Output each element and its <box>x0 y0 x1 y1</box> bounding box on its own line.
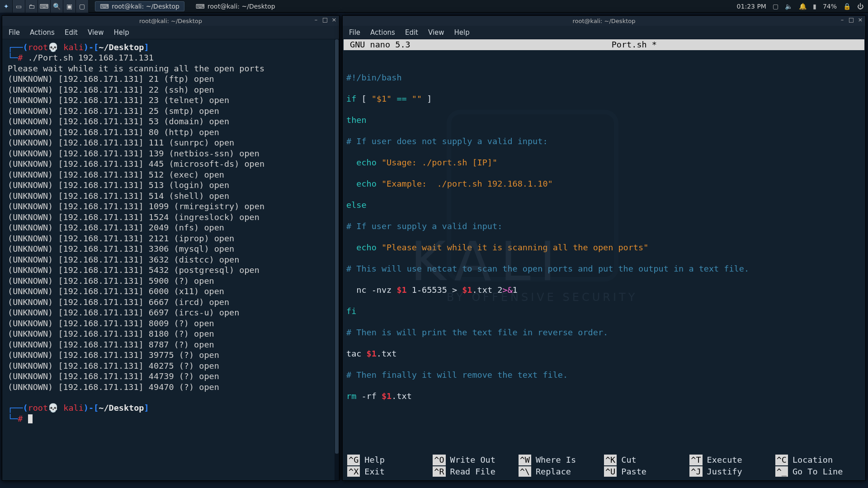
top-panel: ✦ ▭ 🗀 ⌨ 🔍 ▣ ▢ ⌨ root@kali: ~/Desktop ⌨ r… <box>0 0 868 13</box>
prompt-line[interactable]: └─# <box>8 413 336 424</box>
nano-header: GNU nano 5.3 Port.sh * <box>344 39 864 50</box>
shortcut-label: Help <box>364 455 385 465</box>
clock[interactable]: 01:23 PM <box>737 3 766 10</box>
shortcut-label: Location <box>793 455 833 465</box>
lock-icon[interactable]: 🔒 <box>843 3 851 10</box>
cursor <box>28 414 33 423</box>
scan-line: (UNKNOWN) [192.168.171.131] 514 (shell) … <box>8 191 336 201</box>
shortcut-label: Exit <box>364 466 385 477</box>
scan-line: (UNKNOWN) [192.168.171.131] 5900 (?) ope… <box>8 276 336 286</box>
volume-icon[interactable]: 🔈 <box>785 3 793 10</box>
nano-editor[interactable]: GNU nano 5.3 Port.sh * KALI BY OFFENSIVE… <box>343 39 865 480</box>
menu-file[interactable]: File <box>9 28 20 37</box>
nano-shortcut[interactable]: ^UPaste <box>604 466 689 477</box>
taskbar-item[interactable]: ⌨ root@kali: ~/Desktop <box>95 1 184 11</box>
shortcut-key: ^J <box>689 466 702 477</box>
scan-line: (UNKNOWN) [192.168.171.131] 139 (netbios… <box>8 148 336 159</box>
battery-pct: 74% <box>823 3 837 10</box>
nano-shortcut[interactable]: ^CLocation <box>775 455 861 465</box>
menu-view[interactable]: View <box>428 28 444 37</box>
shortcut-key: ^K <box>604 455 617 465</box>
scan-line: (UNKNOWN) [192.168.171.131] 53 (domain) … <box>8 116 336 127</box>
scan-line: (UNKNOWN) [192.168.171.131] 39775 (?) op… <box>8 350 336 360</box>
terminal-small-icon: ⌨ <box>100 3 109 10</box>
menu-edit[interactable]: Edit <box>405 28 418 37</box>
scrollbar[interactable] <box>335 39 339 480</box>
shortcut-label: Where Is <box>536 455 576 465</box>
nano-buffer[interactable]: KALI BY OFFENSIVE SECURITY #!/bin/bash i… <box>343 51 865 422</box>
search-icon[interactable]: 🔍 <box>51 0 63 13</box>
menu-actions[interactable]: Actions <box>30 28 55 37</box>
header-line: Please wait while it is scanning all the… <box>8 63 336 74</box>
taskbar-item[interactable]: ⌨ root@kali: ~/Desktop <box>191 1 280 11</box>
scan-line: (UNKNOWN) [192.168.171.131] 22 (ssh) ope… <box>8 84 336 95</box>
shortcut-label: Execute <box>707 455 742 465</box>
minimize-button[interactable]: – <box>839 17 845 23</box>
workspace-icon[interactable]: ▣ <box>63 0 76 13</box>
nano-shortcut[interactable]: ^\Replace <box>519 466 604 477</box>
terminal-small-icon: ⌨ <box>196 3 205 10</box>
shortcut-label: Cut <box>621 455 636 465</box>
nano-filename: Port.sh * <box>410 39 858 50</box>
nano-shortcut[interactable]: ^_Go To Line <box>775 466 861 477</box>
scan-output: (UNKNOWN) [192.168.171.131] 21 (ftp) ope… <box>8 74 336 392</box>
menu-help[interactable]: Help <box>454 28 470 37</box>
scan-line: (UNKNOWN) [192.168.171.131] 6000 (x11) o… <box>8 286 336 296</box>
display-icon[interactable]: ▢ <box>773 3 778 10</box>
nano-shortcut[interactable]: ^GHelp <box>347 455 433 465</box>
terminal-window-left: root@kali: ~/Desktop – □ × File Actions … <box>2 15 340 481</box>
notify-icon[interactable]: 🔔 <box>799 3 807 10</box>
shortcut-key: ^\ <box>519 466 531 477</box>
menu-help[interactable]: Help <box>114 28 129 37</box>
minimize-button[interactable]: – <box>313 17 319 23</box>
nano-shortcut[interactable]: ^KCut <box>604 455 689 465</box>
shortcut-label: Read File <box>450 466 495 477</box>
menu-view[interactable]: View <box>88 28 104 37</box>
scan-line: (UNKNOWN) [192.168.171.131] 2121 (iprop)… <box>8 233 336 244</box>
kali-menu-icon[interactable]: ✦ <box>0 0 13 13</box>
nano-shortcut[interactable]: ^WWhere Is <box>519 455 604 465</box>
scan-line: (UNKNOWN) [192.168.171.131] 44739 (?) op… <box>8 371 336 381</box>
shortcut-label: Write Out <box>450 455 495 465</box>
close-button[interactable]: × <box>331 17 337 23</box>
titlebar[interactable]: root@kali: ~/Desktop – □ × <box>343 16 865 26</box>
show-desktop-icon[interactable]: ▭ <box>13 0 25 13</box>
maximize-button[interactable]: □ <box>322 17 328 23</box>
workspace2-icon[interactable]: ▢ <box>76 0 89 13</box>
scan-line: (UNKNOWN) [192.168.171.131] 80 (http) op… <box>8 127 336 137</box>
shortcut-key: ^U <box>604 466 617 477</box>
scan-line: (UNKNOWN) [192.168.171.131] 6667 (ircd) … <box>8 297 336 307</box>
scan-line: (UNKNOWN) [192.168.171.131] 8180 (?) ope… <box>8 328 336 339</box>
close-button[interactable]: × <box>857 17 863 23</box>
nano-shortcut[interactable]: ^XExit <box>347 466 433 477</box>
shortcut-key: ^C <box>775 455 788 465</box>
menu-actions[interactable]: Actions <box>370 28 395 37</box>
menubar: File Actions Edit View Help <box>343 26 865 39</box>
menu-file[interactable]: File <box>349 28 360 37</box>
scan-line: (UNKNOWN) [192.168.171.131] 3306 (mysql)… <box>8 244 336 254</box>
launcher-tray: ✦ ▭ 🗀 ⌨ 🔍 ▣ ▢ <box>0 0 89 12</box>
shortcut-key: ^T <box>689 455 702 465</box>
terminal-icon[interactable]: ⌨ <box>38 0 51 13</box>
window-title: root@kali: ~/Desktop <box>139 18 202 24</box>
power-icon[interactable]: ⏻ <box>857 3 863 10</box>
scan-line: (UNKNOWN) [192.168.171.131] 2049 (nfs) o… <box>8 222 336 233</box>
battery-icon[interactable]: ▮ <box>813 3 816 10</box>
scan-line: (UNKNOWN) [192.168.171.131] 40275 (?) op… <box>8 361 336 371</box>
nano-shortcut[interactable]: ^TExecute <box>689 455 775 465</box>
maximize-button[interactable]: □ <box>848 17 854 23</box>
scan-line: (UNKNOWN) [192.168.171.131] 3632 (distcc… <box>8 254 336 265</box>
scan-line: (UNKNOWN) [192.168.171.131] 8009 (?) ope… <box>8 318 336 328</box>
menu-edit[interactable]: Edit <box>65 28 78 37</box>
shortcut-label: Justify <box>707 466 742 477</box>
nano-shortcut[interactable]: ^RRead File <box>433 466 518 477</box>
scan-line: (UNKNOWN) [192.168.171.131] 512 (exec) o… <box>8 169 336 180</box>
task-label: root@kali: ~/Desktop <box>112 3 179 10</box>
shortcut-label: Replace <box>536 466 571 477</box>
file-manager-icon[interactable]: 🗀 <box>25 0 38 13</box>
nano-shortcut[interactable]: ^JJustify <box>689 466 775 477</box>
titlebar[interactable]: root@kali: ~/Desktop – □ × <box>2 16 339 26</box>
terminal-output[interactable]: ┌──(root💀 kali)-[~/Desktop] └─# ./Port.s… <box>2 39 339 480</box>
terminal-window-right: root@kali: ~/Desktop – □ × File Actions … <box>342 15 866 481</box>
nano-shortcut[interactable]: ^OWrite Out <box>433 455 518 465</box>
